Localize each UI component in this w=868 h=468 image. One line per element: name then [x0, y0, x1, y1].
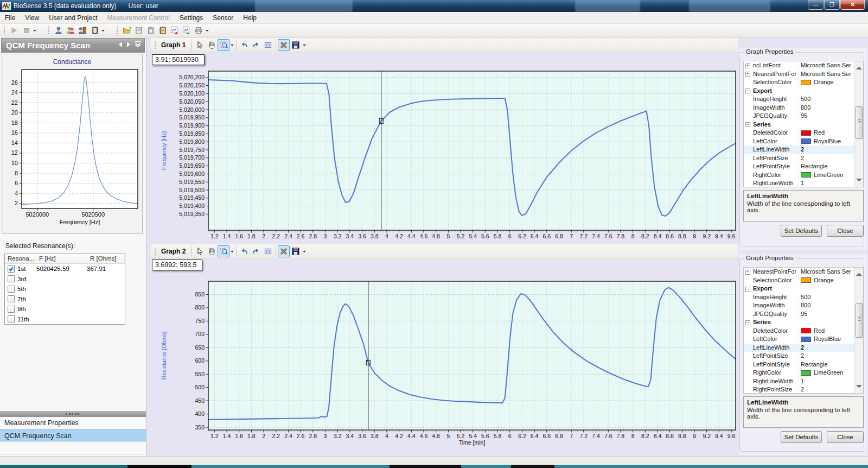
- expand-icon[interactable]: +: [745, 72, 750, 77]
- zoom-region-icon[interactable]: [218, 245, 229, 257]
- column-header-f-hz[interactable]: F [Hz]: [36, 254, 87, 263]
- property-value[interactable]: 2: [798, 146, 863, 154]
- dropdown-arrow-icon[interactable]: [229, 39, 234, 51]
- property-row-leftpointsize[interactable]: LeftPointSize2: [744, 154, 863, 163]
- users-icon[interactable]: [65, 24, 76, 36]
- menu-file[interactable]: File: [0, 12, 20, 24]
- property-value[interactable]: LimeGreen: [798, 369, 863, 377]
- resonance-row-5th[interactable]: 5th: [5, 284, 125, 294]
- graph1-chart[interactable]: 1.21.41.61.822.22.42.62.833.23.43.63.844…: [151, 52, 738, 241]
- user-door-icon[interactable]: [76, 24, 88, 36]
- pointer-icon[interactable]: [194, 39, 206, 51]
- property-value[interactable]: Orange: [798, 276, 863, 285]
- property-row-leftlinewidth[interactable]: LeftLineWidth2: [744, 146, 863, 154]
- property-row-leftpointsize[interactable]: LeftPointSize2: [744, 352, 863, 361]
- property-value[interactable]: 2: [798, 344, 863, 352]
- property-row-export[interactable]: −Export: [744, 284, 863, 293]
- hand-icon[interactable]: [206, 39, 218, 51]
- property-value[interactable]: 800: [798, 301, 863, 310]
- property-row-rightlinewidth[interactable]: RightLineWidth1: [744, 377, 863, 386]
- chart-import-icon[interactable]: [181, 24, 193, 36]
- property-row-leftcolor[interactable]: LeftColorRoyalBlue: [744, 137, 863, 146]
- property-row-jpegquality[interactable]: JPEGQuality95: [744, 310, 863, 319]
- fit-icon[interactable]: [262, 39, 274, 51]
- property-value[interactable]: Rectangle: [798, 361, 863, 369]
- redo-icon[interactable]: [250, 39, 262, 51]
- property-row-deletedcolor[interactable]: DeletedColorRed: [744, 129, 863, 137]
- property-row-leftpointstyle[interactable]: LeftPointStyleRectangle: [744, 162, 863, 171]
- property-row-imageheight[interactable]: ImageHeight500: [744, 95, 863, 104]
- fit-icon[interactable]: [262, 245, 274, 257]
- minimize-button[interactable]: —: [808, 0, 824, 10]
- property-row-deletedcolor[interactable]: DeletedColorRed: [744, 327, 863, 336]
- property-row-leftlinewidth[interactable]: LeftLineWidth2: [744, 344, 863, 352]
- property-row-imagewidth[interactable]: ImageWidth800: [744, 301, 863, 310]
- property-value[interactable]: LimeGreen: [798, 171, 863, 180]
- expand-icon[interactable]: +: [745, 270, 750, 275]
- property-value[interactable]: 95: [798, 310, 863, 319]
- resonance-row-7th[interactable]: 7th: [5, 294, 125, 305]
- property-row-nclistfont[interactable]: +ncListFontMicrosoft Sans Ser: [744, 61, 863, 70]
- resonance-row-3rd[interactable]: 3rd: [5, 274, 125, 284]
- scroll-thumb[interactable]: [856, 106, 863, 139]
- notebook-icon[interactable]: [88, 24, 100, 36]
- column-header-resona[interactable]: Resona...: [5, 254, 36, 263]
- tools-icon[interactable]: [278, 39, 290, 51]
- property-value[interactable]: 800: [798, 104, 863, 112]
- dropdown-arrow-icon[interactable]: [302, 245, 307, 257]
- save-graph-icon[interactable]: [290, 245, 302, 257]
- property-value[interactable]: RoyalBlue: [798, 137, 863, 146]
- dropdown-arrow-icon[interactable]: [205, 24, 209, 36]
- resonance-row-9th[interactable]: 9th: [5, 304, 125, 314]
- resonance-row-11th[interactable]: 11th: [5, 314, 125, 325]
- scroll-down-icon[interactable]: [856, 385, 862, 390]
- dock-forward-icon[interactable]: [126, 42, 131, 47]
- checkbox-5th[interactable]: [8, 286, 15, 293]
- scrollbar[interactable]: [854, 268, 863, 393]
- hand-icon[interactable]: [206, 245, 218, 257]
- property-value[interactable]: 1: [798, 377, 863, 386]
- sidebar-header[interactable]: QCM Frequency Scan: [1, 38, 145, 53]
- dock-back-icon[interactable]: [118, 42, 123, 47]
- open-icon[interactable]: [121, 24, 133, 36]
- scrollbar[interactable]: [854, 61, 863, 187]
- sidebar-item-qcm-frequency-scan[interactable]: QCM Frequency Scan: [0, 429, 146, 442]
- collapse-icon[interactable]: −: [745, 122, 750, 127]
- property-row-export[interactable]: −Export: [744, 87, 863, 96]
- property-value[interactable]: 95: [798, 112, 863, 121]
- chart-export-icon[interactable]: [169, 24, 181, 36]
- menu-measurement-control[interactable]: Measurement Control: [103, 12, 175, 24]
- property-value[interactable]: 2: [798, 385, 863, 394]
- menu-view[interactable]: View: [20, 12, 44, 24]
- checkbox-3rd[interactable]: [8, 275, 15, 282]
- property-value[interactable]: 1: [798, 179, 863, 187]
- property-value[interactable]: RoyalBlue: [798, 335, 863, 344]
- zoom-region-icon[interactable]: [218, 39, 229, 51]
- property-value[interactable]: 2: [798, 352, 863, 361]
- menu-help[interactable]: Help: [238, 12, 261, 24]
- close-properties-button[interactable]: Close: [827, 431, 864, 443]
- pointer-icon[interactable]: [194, 245, 206, 257]
- menu-sensor[interactable]: Sensor: [208, 12, 238, 24]
- checkbox-9th[interactable]: [8, 306, 15, 313]
- collapse-icon[interactable]: −: [745, 287, 750, 292]
- expand-icon[interactable]: +: [745, 64, 750, 68]
- property-row-rightpointsize[interactable]: RightPointSize2: [744, 385, 863, 394]
- column-header-r-ohms[interactable]: R [Ohms]: [87, 254, 125, 263]
- property-value[interactable]: Red: [798, 129, 863, 137]
- property-value[interactable]: 2: [798, 154, 863, 163]
- property-value[interactable]: 500: [798, 293, 863, 302]
- toolbar-grip-icon[interactable]: [48, 26, 50, 35]
- dropdown-arrow-icon[interactable]: [302, 39, 307, 51]
- property-row-nearestpointfor[interactable]: +NearestPointForMicrosoft Sans Ser: [744, 268, 863, 276]
- property-value[interactable]: 500: [798, 95, 863, 104]
- set-defaults-button[interactable]: Set Defaults: [781, 225, 822, 237]
- menu-settings[interactable]: Settings: [175, 12, 208, 24]
- undo-icon[interactable]: [238, 39, 250, 51]
- property-row-rightcolor[interactable]: RightColorLimeGreen: [744, 171, 863, 180]
- sidebar-item-measurement-properties[interactable]: Measurement Properties: [0, 417, 146, 429]
- graph2-chart[interactable]: 1.21.41.61.822.22.42.62.833.23.43.63.844…: [151, 258, 738, 446]
- redo-icon[interactable]: [250, 245, 262, 257]
- tools-icon[interactable]: [278, 245, 290, 257]
- sidebar-splitter[interactable]: [0, 411, 146, 417]
